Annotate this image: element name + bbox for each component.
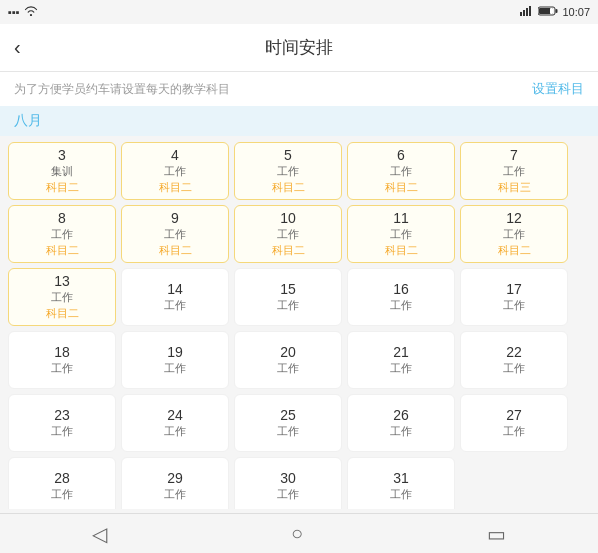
menu-nav-icon[interactable]: ▭ bbox=[487, 522, 506, 546]
day-number: 25 bbox=[280, 407, 296, 423]
day-status-label: 工作 bbox=[164, 164, 186, 179]
day-status-label: 工作 bbox=[164, 298, 186, 313]
svg-rect-5 bbox=[556, 9, 558, 13]
calendar-row-3: 18工作19工作20工作21工作22工作 bbox=[8, 331, 590, 389]
day-status-label: 工作 bbox=[164, 227, 186, 242]
day-status-label: 工作 bbox=[51, 424, 73, 439]
day-status-label: 集训 bbox=[51, 164, 73, 179]
day-status-label: 工作 bbox=[390, 164, 412, 179]
day-number: 21 bbox=[393, 344, 409, 360]
signal-icon: ▪▪▪ bbox=[8, 6, 20, 18]
day-cell[interactable]: 14工作 bbox=[121, 268, 229, 326]
day-cell[interactable]: 15工作 bbox=[234, 268, 342, 326]
day-cell[interactable]: 28工作 bbox=[8, 457, 116, 509]
day-status-label: 工作 bbox=[390, 424, 412, 439]
day-cell[interactable]: 29工作 bbox=[121, 457, 229, 509]
day-subject-label: 科目二 bbox=[159, 180, 192, 195]
day-cell[interactable]: 5工作科目二 bbox=[234, 142, 342, 200]
day-number: 19 bbox=[167, 344, 183, 360]
day-number: 4 bbox=[171, 147, 179, 163]
day-status-label: 工作 bbox=[277, 424, 299, 439]
day-number: 20 bbox=[280, 344, 296, 360]
calendar-grid: 3集训科目二4工作科目二5工作科目二6工作科目二7工作科目三8工作科目二9工作科… bbox=[0, 136, 598, 509]
day-number: 11 bbox=[393, 210, 409, 226]
day-cell[interactable]: 16工作 bbox=[347, 268, 455, 326]
day-subject-label: 科目二 bbox=[385, 180, 418, 195]
day-cell[interactable]: 3集训科目二 bbox=[8, 142, 116, 200]
day-number: 28 bbox=[54, 470, 70, 486]
day-number: 23 bbox=[54, 407, 70, 423]
home-nav-icon[interactable]: ○ bbox=[291, 522, 303, 545]
status-left: ▪▪▪ bbox=[8, 6, 38, 18]
day-cell[interactable]: 20工作 bbox=[234, 331, 342, 389]
day-status-label: 工作 bbox=[277, 487, 299, 502]
svg-rect-1 bbox=[523, 10, 525, 16]
day-cell[interactable]: 19工作 bbox=[121, 331, 229, 389]
day-status-label: 工作 bbox=[503, 424, 525, 439]
day-number: 18 bbox=[54, 344, 70, 360]
month-header: 八月 bbox=[0, 106, 598, 136]
day-number: 29 bbox=[167, 470, 183, 486]
back-nav-icon[interactable]: ◁ bbox=[92, 522, 107, 546]
day-subject-label: 科目三 bbox=[498, 180, 531, 195]
day-cell[interactable]: 13工作科目二 bbox=[8, 268, 116, 326]
day-status-label: 工作 bbox=[390, 361, 412, 376]
day-number: 22 bbox=[506, 344, 522, 360]
day-cell[interactable]: 25工作 bbox=[234, 394, 342, 452]
calendar-row-2: 13工作科目二14工作15工作16工作17工作 bbox=[8, 268, 590, 326]
day-cell[interactable]: 17工作 bbox=[460, 268, 568, 326]
day-cell[interactable]: 18工作 bbox=[8, 331, 116, 389]
bottom-nav: ◁ ○ ▭ bbox=[0, 513, 598, 553]
day-cell[interactable]: 26工作 bbox=[347, 394, 455, 452]
day-cell[interactable]: 8工作科目二 bbox=[8, 205, 116, 263]
day-cell[interactable]: 9工作科目二 bbox=[121, 205, 229, 263]
day-number: 17 bbox=[506, 281, 522, 297]
day-number: 5 bbox=[284, 147, 292, 163]
day-cell[interactable]: 21工作 bbox=[347, 331, 455, 389]
day-number: 6 bbox=[397, 147, 405, 163]
month-label: 八月 bbox=[14, 112, 42, 128]
day-status-label: 工作 bbox=[503, 227, 525, 242]
day-subject-label: 科目二 bbox=[46, 180, 79, 195]
setup-subject-link[interactable]: 设置科目 bbox=[532, 80, 584, 98]
day-status-label: 工作 bbox=[503, 298, 525, 313]
day-number: 24 bbox=[167, 407, 183, 423]
day-subject-label: 科目二 bbox=[498, 243, 531, 258]
day-number: 26 bbox=[393, 407, 409, 423]
day-status-label: 工作 bbox=[51, 227, 73, 242]
day-status-label: 工作 bbox=[390, 227, 412, 242]
day-number: 7 bbox=[510, 147, 518, 163]
subtitle-text: 为了方便学员约车请设置每天的教学科目 bbox=[14, 81, 230, 98]
day-status-label: 工作 bbox=[164, 361, 186, 376]
day-subject-label: 科目二 bbox=[159, 243, 192, 258]
day-cell[interactable]: 6工作科目二 bbox=[347, 142, 455, 200]
day-status-label: 工作 bbox=[503, 361, 525, 376]
day-cell[interactable]: 10工作科目二 bbox=[234, 205, 342, 263]
calendar-row-0: 3集训科目二4工作科目二5工作科目二6工作科目二7工作科目三 bbox=[8, 142, 590, 200]
day-cell[interactable]: 11工作科目二 bbox=[347, 205, 455, 263]
battery-icon bbox=[538, 6, 558, 18]
day-number: 30 bbox=[280, 470, 296, 486]
day-cell[interactable]: 7工作科目三 bbox=[460, 142, 568, 200]
day-cell[interactable]: 23工作 bbox=[8, 394, 116, 452]
day-cell[interactable]: 12工作科目二 bbox=[460, 205, 568, 263]
day-status-label: 工作 bbox=[503, 164, 525, 179]
day-status-label: 工作 bbox=[277, 298, 299, 313]
day-number: 15 bbox=[280, 281, 296, 297]
day-subject-label: 科目二 bbox=[385, 243, 418, 258]
calendar-row-4: 23工作24工作25工作26工作27工作 bbox=[8, 394, 590, 452]
day-cell[interactable]: 24工作 bbox=[121, 394, 229, 452]
status-right: 10:07 bbox=[520, 6, 590, 18]
day-cell[interactable]: 4工作科目二 bbox=[121, 142, 229, 200]
day-cell[interactable]: 22工作 bbox=[460, 331, 568, 389]
day-status-label: 工作 bbox=[277, 227, 299, 242]
day-cell[interactable]: 31工作 bbox=[347, 457, 455, 509]
day-cell[interactable]: 27工作 bbox=[460, 394, 568, 452]
status-bar: ▪▪▪ 10:07 bbox=[0, 0, 598, 24]
svg-rect-2 bbox=[526, 8, 528, 16]
day-cell[interactable]: 30工作 bbox=[234, 457, 342, 509]
back-button[interactable]: ‹ bbox=[14, 36, 21, 59]
day-status-label: 工作 bbox=[277, 361, 299, 376]
day-number: 9 bbox=[171, 210, 179, 226]
day-number: 31 bbox=[393, 470, 409, 486]
